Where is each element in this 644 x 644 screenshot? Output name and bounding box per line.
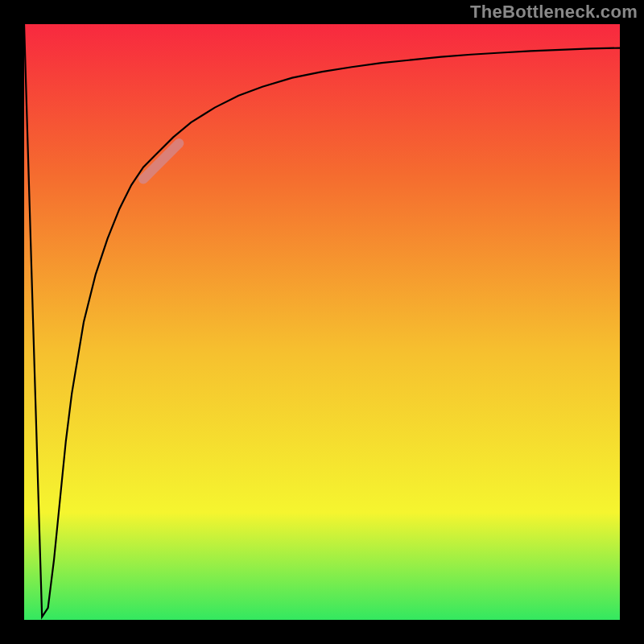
chart-background: [24, 24, 620, 620]
chart-svg: [24, 24, 620, 620]
watermark-text: TheBottleneck.com: [470, 2, 638, 23]
chart-plot-area: [24, 24, 620, 620]
